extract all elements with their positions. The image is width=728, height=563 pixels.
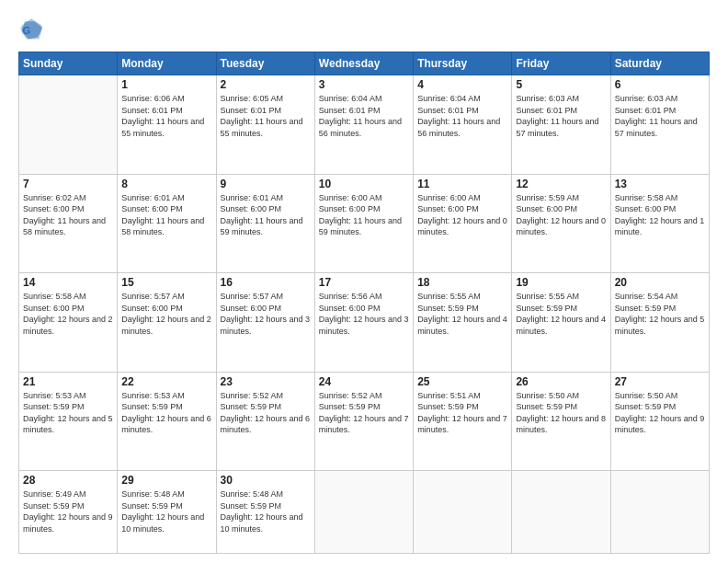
calendar-cell: 7Sunrise: 6:02 AM Sunset: 6:00 PM Daylig… — [19, 174, 118, 273]
day-number: 4 — [417, 78, 507, 91]
calendar-day-header: Thursday — [414, 52, 512, 75]
calendar-cell — [414, 471, 512, 554]
day-info: Sunrise: 5:50 AM Sunset: 5:59 PM Dayligh… — [615, 390, 705, 436]
day-info: Sunrise: 5:56 AM Sunset: 6:00 PM Dayligh… — [319, 291, 409, 337]
day-number: 29 — [121, 474, 211, 487]
day-info: Sunrise: 5:54 AM Sunset: 5:59 PM Dayligh… — [615, 291, 705, 337]
calendar-day-header: Wednesday — [314, 52, 413, 75]
day-number: 23 — [221, 375, 311, 388]
day-info: Sunrise: 5:57 AM Sunset: 6:00 PM Dayligh… — [221, 291, 311, 337]
calendar-cell — [610, 471, 709, 554]
day-info: Sunrise: 5:57 AM Sunset: 6:00 PM Dayligh… — [121, 291, 211, 337]
calendar-cell — [19, 75, 118, 175]
day-number: 11 — [417, 178, 507, 190]
calendar-cell: 17Sunrise: 5:56 AM Sunset: 6:00 PM Dayli… — [314, 273, 413, 373]
day-info: Sunrise: 5:58 AM Sunset: 6:00 PM Dayligh… — [615, 192, 705, 238]
page: G SundayMondayTuesdayWednesdayThursdayFr… — [0, 0, 728, 563]
day-number: 5 — [516, 78, 606, 91]
day-number: 1 — [121, 78, 211, 91]
day-number: 3 — [319, 78, 409, 91]
calendar-cell: 29Sunrise: 5:48 AM Sunset: 5:59 PM Dayli… — [118, 471, 216, 554]
logo: G — [18, 17, 48, 42]
calendar-cell: 8Sunrise: 6:01 AM Sunset: 6:00 PM Daylig… — [118, 174, 216, 273]
calendar-day-header: Monday — [118, 52, 216, 75]
header: G — [18, 17, 710, 42]
calendar-cell: 27Sunrise: 5:50 AM Sunset: 5:59 PM Dayli… — [610, 372, 709, 471]
day-info: Sunrise: 5:49 AM Sunset: 5:59 PM Dayligh… — [23, 488, 113, 534]
day-number: 17 — [319, 276, 409, 289]
calendar-week-row: 28Sunrise: 5:49 AM Sunset: 5:59 PM Dayli… — [19, 471, 710, 554]
calendar-cell: 4Sunrise: 6:04 AM Sunset: 6:01 PM Daylig… — [414, 75, 512, 175]
calendar-cell — [512, 471, 610, 554]
day-number: 9 — [221, 178, 311, 190]
calendar-cell: 16Sunrise: 5:57 AM Sunset: 6:00 PM Dayli… — [216, 273, 314, 373]
day-number: 8 — [121, 178, 211, 190]
day-info: Sunrise: 5:52 AM Sunset: 5:59 PM Dayligh… — [319, 390, 409, 436]
day-number: 27 — [615, 375, 705, 388]
calendar-cell: 15Sunrise: 5:57 AM Sunset: 6:00 PM Dayli… — [118, 273, 216, 373]
day-info: Sunrise: 6:06 AM Sunset: 6:01 PM Dayligh… — [121, 93, 211, 139]
calendar-cell: 11Sunrise: 6:00 AM Sunset: 6:00 PM Dayli… — [414, 174, 512, 273]
day-number: 28 — [23, 474, 113, 487]
calendar-cell: 22Sunrise: 5:53 AM Sunset: 5:59 PM Dayli… — [118, 372, 216, 471]
calendar-week-row: 1Sunrise: 6:06 AM Sunset: 6:01 PM Daylig… — [19, 75, 710, 175]
calendar-cell: 20Sunrise: 5:54 AM Sunset: 5:59 PM Dayli… — [610, 273, 709, 373]
calendar-cell: 18Sunrise: 5:55 AM Sunset: 5:59 PM Dayli… — [414, 273, 512, 373]
day-number: 15 — [121, 276, 211, 289]
day-number: 10 — [319, 178, 409, 190]
calendar-cell: 19Sunrise: 5:55 AM Sunset: 5:59 PM Dayli… — [512, 273, 610, 373]
day-number: 30 — [221, 474, 311, 487]
generalblue-logo-icon: G — [18, 17, 44, 42]
calendar-cell: 3Sunrise: 6:04 AM Sunset: 6:01 PM Daylig… — [314, 75, 413, 175]
calendar-day-header: Sunday — [19, 52, 118, 75]
day-info: Sunrise: 6:03 AM Sunset: 6:01 PM Dayligh… — [615, 93, 705, 139]
day-info: Sunrise: 5:55 AM Sunset: 5:59 PM Dayligh… — [417, 291, 507, 337]
calendar-week-row: 14Sunrise: 5:58 AM Sunset: 6:00 PM Dayli… — [19, 273, 710, 373]
calendar-day-header: Tuesday — [216, 52, 314, 75]
day-info: Sunrise: 6:01 AM Sunset: 6:00 PM Dayligh… — [121, 192, 211, 238]
calendar-cell: 30Sunrise: 5:48 AM Sunset: 5:59 PM Dayli… — [216, 471, 314, 554]
calendar-week-row: 21Sunrise: 5:53 AM Sunset: 5:59 PM Dayli… — [19, 372, 710, 471]
day-info: Sunrise: 6:04 AM Sunset: 6:01 PM Dayligh… — [319, 93, 409, 139]
calendar-cell: 12Sunrise: 5:59 AM Sunset: 6:00 PM Dayli… — [512, 174, 610, 273]
calendar-day-header: Friday — [512, 52, 610, 75]
day-info: Sunrise: 5:52 AM Sunset: 5:59 PM Dayligh… — [221, 390, 311, 436]
day-number: 21 — [23, 375, 113, 388]
calendar-week-row: 7Sunrise: 6:02 AM Sunset: 6:00 PM Daylig… — [19, 174, 710, 273]
day-number: 2 — [221, 78, 311, 91]
day-number: 7 — [23, 178, 113, 190]
calendar-cell: 25Sunrise: 5:51 AM Sunset: 5:59 PM Dayli… — [414, 372, 512, 471]
day-number: 14 — [23, 276, 113, 289]
day-info: Sunrise: 6:04 AM Sunset: 6:01 PM Dayligh… — [417, 93, 507, 139]
svg-text:G: G — [22, 25, 30, 36]
day-number: 26 — [516, 375, 606, 388]
calendar-cell: 23Sunrise: 5:52 AM Sunset: 5:59 PM Dayli… — [216, 372, 314, 471]
day-info: Sunrise: 6:00 AM Sunset: 6:00 PM Dayligh… — [319, 192, 409, 238]
calendar-cell: 21Sunrise: 5:53 AM Sunset: 5:59 PM Dayli… — [19, 372, 118, 471]
day-number: 13 — [615, 178, 705, 190]
calendar-table: SundayMondayTuesdayWednesdayThursdayFrid… — [18, 52, 710, 554]
day-info: Sunrise: 5:58 AM Sunset: 6:00 PM Dayligh… — [23, 291, 113, 337]
calendar-cell: 28Sunrise: 5:49 AM Sunset: 5:59 PM Dayli… — [19, 471, 118, 554]
day-info: Sunrise: 5:48 AM Sunset: 5:59 PM Dayligh… — [121, 488, 211, 534]
day-number: 25 — [417, 375, 507, 388]
day-info: Sunrise: 6:00 AM Sunset: 6:00 PM Dayligh… — [417, 192, 507, 238]
day-info: Sunrise: 5:50 AM Sunset: 5:59 PM Dayligh… — [516, 390, 606, 436]
calendar-cell: 13Sunrise: 5:58 AM Sunset: 6:00 PM Dayli… — [610, 174, 709, 273]
day-number: 16 — [221, 276, 311, 289]
day-number: 6 — [615, 78, 705, 91]
calendar-cell: 26Sunrise: 5:50 AM Sunset: 5:59 PM Dayli… — [512, 372, 610, 471]
calendar-cell: 24Sunrise: 5:52 AM Sunset: 5:59 PM Dayli… — [314, 372, 413, 471]
calendar-cell: 2Sunrise: 6:05 AM Sunset: 6:01 PM Daylig… — [216, 75, 314, 175]
day-info: Sunrise: 6:05 AM Sunset: 6:01 PM Dayligh… — [221, 93, 311, 139]
day-info: Sunrise: 5:53 AM Sunset: 5:59 PM Dayligh… — [23, 390, 113, 436]
calendar-cell: 9Sunrise: 6:01 AM Sunset: 6:00 PM Daylig… — [216, 174, 314, 273]
day-number: 19 — [516, 276, 606, 289]
day-info: Sunrise: 5:59 AM Sunset: 6:00 PM Dayligh… — [516, 192, 606, 238]
day-info: Sunrise: 6:01 AM Sunset: 6:00 PM Dayligh… — [221, 192, 311, 238]
day-number: 22 — [121, 375, 211, 388]
calendar-day-header: Saturday — [610, 52, 709, 75]
calendar-cell: 10Sunrise: 6:00 AM Sunset: 6:00 PM Dayli… — [314, 174, 413, 273]
day-info: Sunrise: 5:53 AM Sunset: 5:59 PM Dayligh… — [121, 390, 211, 436]
day-info: Sunrise: 5:51 AM Sunset: 5:59 PM Dayligh… — [417, 390, 507, 436]
